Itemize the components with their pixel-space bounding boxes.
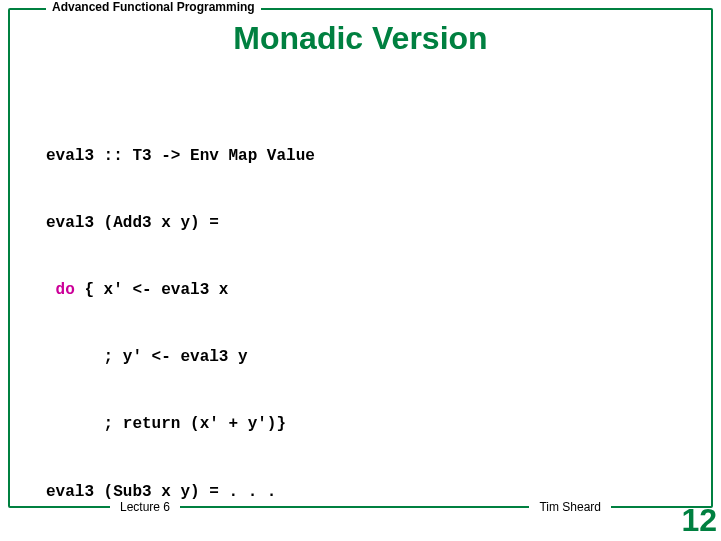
code-line: eval3 (Add3 x y) = xyxy=(46,212,392,234)
code-line: eval3 :: T3 -> Env Map Value xyxy=(46,145,392,167)
slide-footer: Lecture 6 Tim Sheard xyxy=(10,500,711,518)
author-label: Tim Sheard xyxy=(529,500,611,514)
slide-frame: Advanced Functional Programming Monadic … xyxy=(8,8,713,508)
code-line: ; return (x' + y')} xyxy=(46,413,392,435)
code-block: eval3 :: T3 -> Env Map Value eval3 (Add3… xyxy=(46,100,392,541)
slide-title: Monadic Version xyxy=(10,20,711,57)
code-line: do { x' <- eval3 x xyxy=(46,279,392,301)
code-line: ; y' <- eval3 y xyxy=(46,346,392,368)
course-label: Advanced Functional Programming xyxy=(46,0,261,14)
page-number: 12 xyxy=(681,502,717,539)
lecture-label: Lecture 6 xyxy=(110,500,180,514)
keyword: do xyxy=(56,281,75,299)
